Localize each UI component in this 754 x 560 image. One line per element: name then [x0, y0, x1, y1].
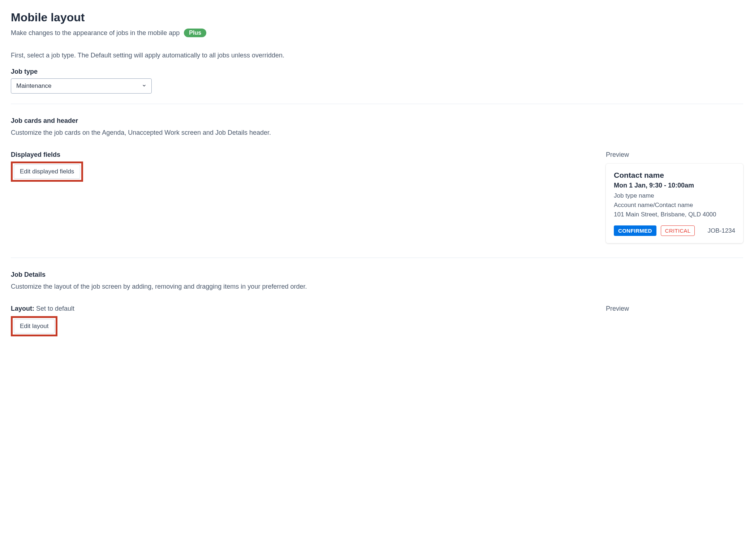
edit-displayed-fields-highlight: Edit displayed fields: [11, 161, 83, 182]
section-divider: [11, 104, 743, 104]
details-right-column: Preview: [606, 305, 743, 336]
edit-displayed-fields-button[interactable]: Edit displayed fields: [14, 164, 80, 179]
layout-value-text: Set to default: [36, 305, 74, 312]
job-type-select[interactable]: Maintenance: [11, 78, 152, 94]
page-subtitle-row: Make changes to the appearance of jobs i…: [11, 29, 743, 37]
edit-layout-highlight: Edit layout: [11, 316, 57, 336]
cards-left-column: Displayed fields Edit displayed fields: [11, 151, 591, 243]
cards-right-column: Preview Contact name Mon 1 Jan, 9:30 - 1…: [606, 151, 743, 243]
edit-layout-button[interactable]: Edit layout: [14, 319, 55, 333]
chevron-down-icon: [142, 82, 146, 90]
preview-footer: CONFIRMED CRITICAL JOB-1234: [614, 225, 735, 236]
cards-section-title: Job cards and header: [11, 117, 743, 125]
preview-contact-name: Contact name: [614, 171, 735, 180]
displayed-fields-label: Displayed fields: [11, 151, 591, 159]
page-subtitle: Make changes to the appearance of jobs i…: [11, 29, 180, 37]
details-section-description: Customize the layout of the job screen b…: [11, 283, 743, 290]
preview-address: 101 Main Street, Brisbane, QLD 4000: [614, 211, 735, 218]
preview-job-type: Job type name: [614, 192, 735, 199]
details-section-title: Job Details: [11, 271, 743, 279]
section-divider-2: [11, 258, 743, 258]
details-preview-label: Preview: [606, 305, 743, 313]
cards-preview-label: Preview: [606, 151, 743, 159]
job-type-label: Job type: [11, 68, 743, 76]
details-left-column: Layout: Set to default Edit layout: [11, 305, 591, 336]
intro-text: First, select a job type. The Default se…: [11, 52, 743, 59]
job-card-preview: Contact name Mon 1 Jan, 9:30 - 10:00am J…: [606, 164, 743, 243]
preview-account-contact: Account name/Contact name: [614, 202, 735, 209]
preview-time: Mon 1 Jan, 9:30 - 10:00am: [614, 182, 735, 189]
job-type-selected-value: Maintenance: [16, 82, 51, 90]
details-two-column: Layout: Set to default Edit layout Previ…: [11, 305, 743, 336]
status-badge-confirmed: CONFIRMED: [614, 225, 656, 236]
preview-job-id: JOB-1234: [707, 227, 735, 234]
cards-two-column: Displayed fields Edit displayed fields P…: [11, 151, 743, 243]
cards-section-description: Customize the job cards on the Agenda, U…: [11, 129, 743, 137]
layout-label: Layout:: [11, 305, 34, 312]
page-title: Mobile layout: [11, 11, 743, 24]
layout-status-line: Layout: Set to default: [11, 305, 591, 313]
job-type-select-wrapper: Maintenance: [11, 78, 152, 94]
priority-badge-critical: CRITICAL: [661, 225, 695, 236]
plus-badge: Plus: [184, 29, 206, 37]
